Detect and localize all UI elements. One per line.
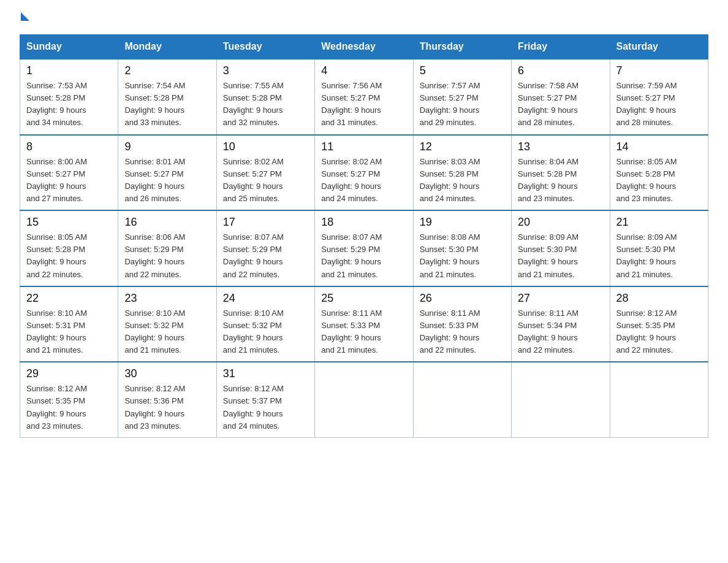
day-info: Sunrise: 7:59 AMSunset: 5:27 PMDaylight:… — [616, 80, 702, 129]
day-info: Sunrise: 8:05 AMSunset: 5:28 PMDaylight:… — [616, 156, 702, 205]
calendar-cell: 3Sunrise: 7:55 AMSunset: 5:28 PMDaylight… — [216, 59, 314, 135]
day-info: Sunrise: 8:00 AMSunset: 5:27 PMDaylight:… — [26, 156, 112, 205]
calendar-cell: 12Sunrise: 8:03 AMSunset: 5:28 PMDayligh… — [413, 135, 511, 211]
weekday-header-saturday: Saturday — [610, 35, 708, 59]
calendar-cell: 16Sunrise: 8:06 AMSunset: 5:29 PMDayligh… — [118, 210, 216, 286]
day-number: 19 — [420, 216, 505, 229]
day-number: 1 — [26, 64, 112, 77]
day-number: 27 — [518, 292, 603, 305]
calendar-cell: 15Sunrise: 8:05 AMSunset: 5:28 PMDayligh… — [20, 210, 118, 286]
calendar-cell: 10Sunrise: 8:02 AMSunset: 5:27 PMDayligh… — [216, 135, 314, 211]
weekday-header-monday: Monday — [118, 35, 216, 59]
day-number: 12 — [420, 140, 505, 153]
calendar-cell: 14Sunrise: 8:05 AMSunset: 5:28 PMDayligh… — [610, 135, 708, 211]
day-number: 22 — [26, 292, 112, 305]
day-info: Sunrise: 8:06 AMSunset: 5:29 PMDaylight:… — [124, 231, 210, 281]
day-info: Sunrise: 8:09 AMSunset: 5:30 PMDaylight:… — [616, 231, 702, 281]
week-row-5: 29Sunrise: 8:12 AMSunset: 5:35 PMDayligh… — [20, 362, 708, 437]
calendar-cell: 2Sunrise: 7:54 AMSunset: 5:28 PMDaylight… — [118, 59, 216, 135]
week-row-4: 22Sunrise: 8:10 AMSunset: 5:31 PMDayligh… — [20, 286, 708, 362]
day-number: 10 — [223, 140, 308, 153]
calendar-cell: 27Sunrise: 8:11 AMSunset: 5:34 PMDayligh… — [512, 286, 610, 362]
calendar-cell — [610, 362, 708, 437]
calendar-table: SundayMondayTuesdayWednesdayThursdayFrid… — [20, 34, 708, 438]
day-info: Sunrise: 8:02 AMSunset: 5:27 PMDaylight:… — [223, 156, 308, 205]
day-number: 5 — [420, 64, 505, 77]
day-number: 17 — [223, 216, 308, 229]
day-info: Sunrise: 8:02 AMSunset: 5:27 PMDaylight:… — [321, 156, 406, 205]
calendar-cell — [512, 362, 610, 437]
day-number: 23 — [124, 292, 210, 305]
day-number: 9 — [124, 140, 210, 153]
day-info: Sunrise: 8:12 AMSunset: 5:37 PMDaylight:… — [223, 383, 308, 432]
day-number: 31 — [223, 367, 308, 380]
calendar-cell: 20Sunrise: 8:09 AMSunset: 5:30 PMDayligh… — [512, 210, 610, 286]
day-number: 26 — [420, 292, 505, 305]
day-number: 15 — [26, 216, 112, 229]
day-info: Sunrise: 8:11 AMSunset: 5:34 PMDaylight:… — [518, 307, 603, 357]
day-number: 3 — [223, 64, 308, 77]
day-number: 6 — [518, 64, 603, 77]
day-info: Sunrise: 8:10 AMSunset: 5:32 PMDaylight:… — [124, 307, 210, 357]
day-info: Sunrise: 8:12 AMSunset: 5:35 PMDaylight:… — [616, 307, 702, 357]
day-number: 14 — [616, 140, 702, 153]
calendar-cell: 30Sunrise: 8:12 AMSunset: 5:36 PMDayligh… — [118, 362, 216, 437]
calendar-cell: 11Sunrise: 8:02 AMSunset: 5:27 PMDayligh… — [315, 135, 413, 211]
day-info: Sunrise: 8:01 AMSunset: 5:27 PMDaylight:… — [124, 156, 210, 205]
calendar-cell — [413, 362, 511, 437]
day-number: 7 — [616, 64, 702, 77]
day-info: Sunrise: 8:12 AMSunset: 5:35 PMDaylight:… — [26, 383, 112, 432]
day-info: Sunrise: 8:07 AMSunset: 5:29 PMDaylight:… — [321, 231, 406, 281]
page-header — [20, 15, 708, 23]
day-info: Sunrise: 8:03 AMSunset: 5:28 PMDaylight:… — [420, 156, 505, 205]
calendar-cell: 8Sunrise: 8:00 AMSunset: 5:27 PMDaylight… — [20, 135, 118, 211]
day-number: 8 — [26, 140, 112, 153]
weekday-header-row: SundayMondayTuesdayWednesdayThursdayFrid… — [20, 35, 708, 59]
calendar-cell: 4Sunrise: 7:56 AMSunset: 5:27 PMDaylight… — [315, 59, 413, 135]
day-info: Sunrise: 8:07 AMSunset: 5:29 PMDaylight:… — [223, 231, 308, 281]
calendar-cell: 9Sunrise: 8:01 AMSunset: 5:27 PMDaylight… — [118, 135, 216, 211]
day-info: Sunrise: 7:55 AMSunset: 5:28 PMDaylight:… — [223, 80, 308, 129]
day-number: 28 — [616, 292, 702, 305]
calendar-cell: 28Sunrise: 8:12 AMSunset: 5:35 PMDayligh… — [610, 286, 708, 362]
day-info: Sunrise: 8:11 AMSunset: 5:33 PMDaylight:… — [321, 307, 406, 357]
day-number: 24 — [223, 292, 308, 305]
day-number: 29 — [26, 367, 112, 380]
day-info: Sunrise: 8:08 AMSunset: 5:30 PMDaylight:… — [420, 231, 505, 281]
week-row-2: 8Sunrise: 8:00 AMSunset: 5:27 PMDaylight… — [20, 135, 708, 211]
weekday-header-tuesday: Tuesday — [216, 35, 314, 59]
day-info: Sunrise: 8:10 AMSunset: 5:31 PMDaylight:… — [26, 307, 112, 357]
calendar-cell: 7Sunrise: 7:59 AMSunset: 5:27 PMDaylight… — [610, 59, 708, 135]
day-number: 25 — [321, 292, 406, 305]
weekday-header-wednesday: Wednesday — [315, 35, 413, 59]
day-info: Sunrise: 8:11 AMSunset: 5:33 PMDaylight:… — [420, 307, 505, 357]
calendar-cell: 23Sunrise: 8:10 AMSunset: 5:32 PMDayligh… — [118, 286, 216, 362]
day-info: Sunrise: 8:09 AMSunset: 5:30 PMDaylight:… — [518, 231, 603, 281]
week-row-3: 15Sunrise: 8:05 AMSunset: 5:28 PMDayligh… — [20, 210, 708, 286]
calendar-cell: 18Sunrise: 8:07 AMSunset: 5:29 PMDayligh… — [315, 210, 413, 286]
day-info: Sunrise: 7:57 AMSunset: 5:27 PMDaylight:… — [420, 80, 505, 129]
day-number: 30 — [124, 367, 210, 380]
day-number: 13 — [518, 140, 603, 153]
day-info: Sunrise: 8:12 AMSunset: 5:36 PMDaylight:… — [124, 383, 210, 432]
week-row-1: 1Sunrise: 7:53 AMSunset: 5:28 PMDaylight… — [20, 59, 708, 135]
day-info: Sunrise: 8:05 AMSunset: 5:28 PMDaylight:… — [26, 231, 112, 281]
day-info: Sunrise: 7:56 AMSunset: 5:27 PMDaylight:… — [321, 80, 406, 129]
day-number: 4 — [321, 64, 406, 77]
calendar-cell: 17Sunrise: 8:07 AMSunset: 5:29 PMDayligh… — [216, 210, 314, 286]
calendar-cell: 19Sunrise: 8:08 AMSunset: 5:30 PMDayligh… — [413, 210, 511, 286]
day-number: 16 — [124, 216, 210, 229]
day-number: 11 — [321, 140, 406, 153]
weekday-header-thursday: Thursday — [413, 35, 511, 59]
day-info: Sunrise: 7:58 AMSunset: 5:27 PMDaylight:… — [518, 80, 603, 129]
calendar-cell: 6Sunrise: 7:58 AMSunset: 5:27 PMDaylight… — [512, 59, 610, 135]
day-number: 20 — [518, 216, 603, 229]
calendar-cell: 5Sunrise: 7:57 AMSunset: 5:27 PMDaylight… — [413, 59, 511, 135]
logo — [20, 15, 29, 23]
day-info: Sunrise: 7:53 AMSunset: 5:28 PMDaylight:… — [26, 80, 112, 129]
weekday-header-friday: Friday — [512, 35, 610, 59]
calendar-cell: 22Sunrise: 8:10 AMSunset: 5:31 PMDayligh… — [20, 286, 118, 362]
calendar-cell: 25Sunrise: 8:11 AMSunset: 5:33 PMDayligh… — [315, 286, 413, 362]
day-number: 21 — [616, 216, 702, 229]
calendar-cell: 1Sunrise: 7:53 AMSunset: 5:28 PMDaylight… — [20, 59, 118, 135]
